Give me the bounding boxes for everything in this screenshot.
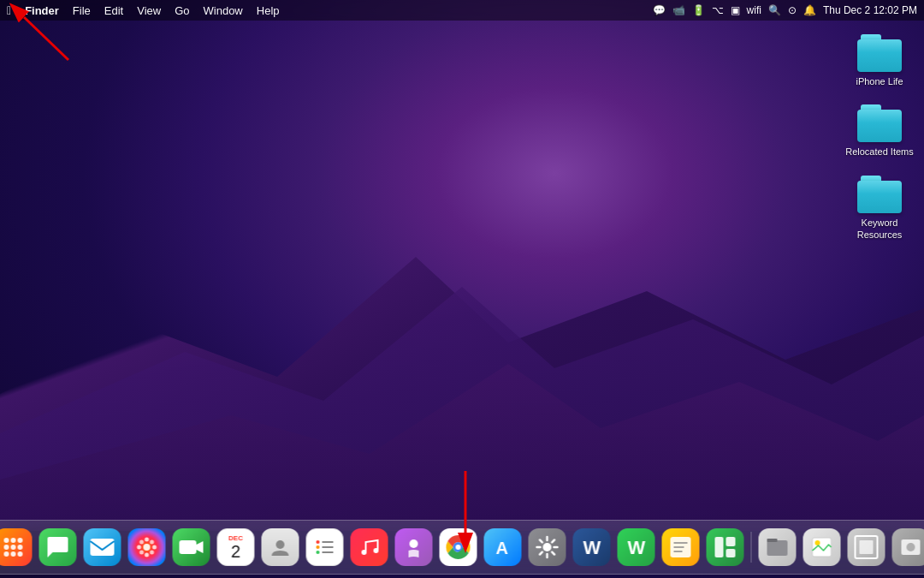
svg-point-6 bbox=[11, 538, 16, 543]
desktop-icon-iphone-life[interactable]: iPhone Life bbox=[845, 34, 914, 87]
screenshot-icon bbox=[848, 528, 886, 566]
menu-go[interactable]: Go bbox=[175, 4, 189, 17]
facetime-icon bbox=[173, 528, 210, 566]
system-preferences-icon bbox=[529, 528, 566, 566]
dock-item-chrome[interactable] bbox=[438, 527, 479, 568]
svg-point-15 bbox=[144, 544, 151, 551]
desktop-icon-keyword-resources[interactable]: Keyword Resources bbox=[845, 176, 914, 241]
svg-rect-52 bbox=[813, 538, 832, 557]
dock-item-whisk[interactable]: W bbox=[616, 527, 657, 568]
folder-body bbox=[857, 39, 902, 72]
dock-item-reminders[interactable] bbox=[305, 527, 346, 568]
svg-point-8 bbox=[4, 545, 9, 550]
svg-point-5 bbox=[4, 538, 9, 543]
svg-text:A: A bbox=[496, 539, 508, 557]
dock-item-notes[interactable] bbox=[660, 527, 702, 568]
svg-point-34 bbox=[410, 539, 418, 548]
svg-point-7 bbox=[18, 538, 23, 543]
notes-icon bbox=[662, 528, 700, 566]
svg-point-28 bbox=[317, 545, 320, 549]
wechat-icon[interactable]: 💬 bbox=[653, 4, 666, 16]
menu-view[interactable]: View bbox=[137, 4, 161, 17]
dock-item-files[interactable] bbox=[757, 527, 798, 568]
relocated-items-label: Relocated Items bbox=[845, 146, 913, 158]
svg-rect-14 bbox=[91, 539, 115, 556]
numbers-icon bbox=[707, 528, 744, 566]
dock-item-calendar[interactable]: DEC 2 bbox=[216, 527, 257, 568]
svg-point-16 bbox=[145, 538, 149, 542]
menubar-left:  Finder File Edit View Go Window Help bbox=[7, 3, 280, 17]
svg-point-11 bbox=[4, 551, 9, 557]
dock-item-contacts[interactable] bbox=[260, 527, 301, 568]
menubar:  Finder File Edit View Go Window Help 💬… bbox=[0, 0, 924, 21]
messages-icon bbox=[39, 528, 77, 566]
svg-point-19 bbox=[152, 545, 157, 550]
battery-status-icon[interactable]: 🔋 bbox=[692, 4, 705, 16]
desktop-icons: iPhone Life Relocated Items Keyword Reso… bbox=[845, 34, 914, 241]
svg-point-33 bbox=[374, 548, 379, 553]
menu-help[interactable]: Help bbox=[257, 4, 280, 17]
desktop:  Finder File Edit View Go Window Help 💬… bbox=[0, 0, 924, 578]
notification-icon[interactable]: 🔔 bbox=[803, 4, 816, 16]
menu-file[interactable]: File bbox=[73, 4, 91, 17]
music-icon bbox=[351, 528, 388, 566]
menu-edit[interactable]: Edit bbox=[104, 4, 123, 17]
dock-item-launchpad[interactable] bbox=[0, 527, 34, 568]
svg-line-64 bbox=[24, 17, 68, 60]
keyword-resources-folder-icon bbox=[857, 176, 902, 213]
chrome-icon bbox=[440, 528, 477, 566]
svg-point-17 bbox=[145, 553, 149, 557]
dock: DEC 2 bbox=[0, 520, 924, 575]
reminders-icon bbox=[306, 528, 344, 566]
calendar-month-label: DEC bbox=[228, 534, 243, 542]
dock-item-preview2[interactable] bbox=[891, 527, 925, 568]
menu-finder[interactable]: Finder bbox=[25, 4, 59, 17]
dock-item-word[interactable]: W bbox=[572, 527, 613, 568]
keyword-resources-label: Keyword Resources bbox=[845, 217, 914, 241]
wifi-icon[interactable]: wifi bbox=[747, 4, 761, 16]
dock-item-photos[interactable] bbox=[127, 527, 168, 568]
svg-rect-24 bbox=[180, 540, 197, 554]
battery-icon[interactable]: ▣ bbox=[731, 4, 740, 16]
dock-item-mail[interactable] bbox=[82, 527, 123, 568]
dock-item-facetime[interactable] bbox=[171, 527, 212, 568]
search-icon[interactable]: 🔍 bbox=[768, 4, 781, 16]
svg-point-20 bbox=[139, 540, 144, 545]
svg-point-12 bbox=[11, 551, 16, 557]
svg-point-38 bbox=[456, 545, 461, 550]
bluetooth-icon[interactable]: ⌥ bbox=[712, 4, 724, 16]
dock-separator bbox=[751, 532, 752, 563]
svg-rect-51 bbox=[767, 539, 778, 542]
svg-rect-48 bbox=[726, 537, 736, 546]
dock-item-podcasts[interactable] bbox=[394, 527, 435, 568]
svg-text:W: W bbox=[628, 537, 646, 558]
menu-window[interactable]: Window bbox=[204, 4, 243, 17]
svg-point-53 bbox=[815, 540, 820, 545]
svg-point-13 bbox=[18, 551, 23, 557]
dock-item-appstore[interactable]: A bbox=[483, 527, 524, 568]
dock-item-preview[interactable] bbox=[802, 527, 843, 568]
dock-item-messages[interactable] bbox=[38, 527, 79, 568]
svg-text:W: W bbox=[583, 537, 601, 558]
svg-rect-50 bbox=[767, 540, 788, 556]
svg-rect-55 bbox=[860, 540, 874, 554]
calendar-icon: DEC 2 bbox=[217, 528, 255, 566]
svg-point-22 bbox=[139, 551, 144, 555]
control-center-icon[interactable]: ⊙ bbox=[788, 4, 797, 16]
dock-item-numbers[interactable] bbox=[705, 527, 746, 568]
dock-item-screenshot[interactable] bbox=[846, 527, 887, 568]
folder-body bbox=[857, 181, 902, 213]
datetime-display: Thu Dec 2 12:02 PM bbox=[823, 4, 917, 16]
apple-menu[interactable]:  bbox=[7, 3, 11, 17]
folder-body bbox=[857, 110, 902, 142]
desktop-icon-relocated-items[interactable]: Relocated Items bbox=[845, 104, 914, 158]
svg-point-23 bbox=[150, 551, 154, 555]
launchpad-icon bbox=[0, 528, 33, 566]
svg-rect-47 bbox=[715, 537, 724, 557]
contacts-icon bbox=[262, 528, 299, 566]
facetime-icon[interactable]: 📹 bbox=[672, 4, 685, 16]
dock-item-music[interactable] bbox=[349, 527, 390, 568]
dock-item-system-preferences[interactable] bbox=[527, 527, 568, 568]
svg-point-57 bbox=[907, 543, 915, 551]
svg-point-26 bbox=[317, 540, 320, 544]
